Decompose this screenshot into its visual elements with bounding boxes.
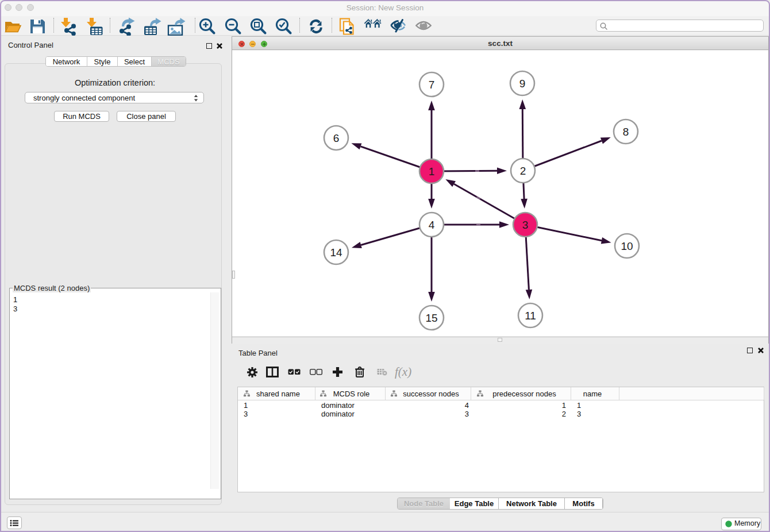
svg-text:6: 6	[333, 132, 340, 144]
svg-text:10: 10	[621, 240, 633, 252]
svg-text:14: 14	[330, 246, 342, 259]
svg-text:4: 4	[429, 219, 435, 231]
svg-text:7: 7	[429, 79, 435, 91]
svg-text:15: 15	[425, 312, 437, 324]
svg-text:3: 3	[522, 219, 529, 231]
svg-text:11: 11	[525, 310, 536, 322]
svg-text:9: 9	[519, 78, 526, 90]
svg-text:8: 8	[623, 126, 629, 138]
svg-text:1: 1	[429, 165, 435, 178]
svg-text:2: 2	[520, 165, 526, 177]
